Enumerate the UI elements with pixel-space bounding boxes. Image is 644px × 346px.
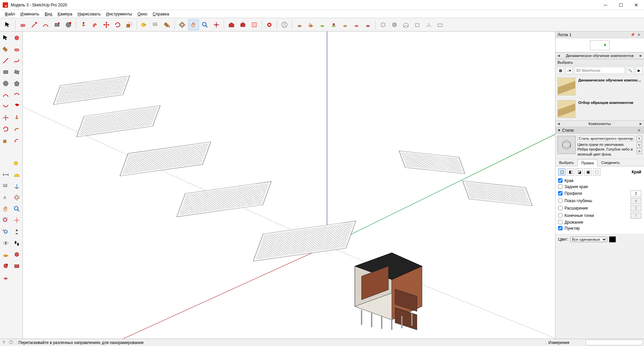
solid-5-icon[interactable]	[423, 19, 434, 30]
lt-select-icon[interactable]	[1, 33, 11, 43]
lt-3ptarc-icon[interactable]	[1, 101, 11, 111]
scale-tool-icon[interactable]	[124, 19, 135, 30]
extension-manager-icon[interactable]	[264, 19, 275, 30]
menu-view[interactable]: Вид	[42, 11, 55, 17]
style-update-icon[interactable]: ✎	[637, 136, 642, 141]
tab-select[interactable]: Выбрать	[555, 159, 578, 166]
lt-makecomponent-icon[interactable]	[12, 33, 22, 43]
lt-paint-icon[interactable]	[1, 44, 11, 54]
component-view-icon[interactable]: ▦	[557, 67, 564, 74]
lt-dimension-icon[interactable]	[1, 170, 11, 180]
lt-circle-icon[interactable]	[1, 78, 11, 89]
model-viewport[interactable]	[23, 32, 555, 339]
user-icon[interactable]	[279, 19, 290, 30]
dashes-checkbox[interactable]	[558, 226, 562, 230]
face-settings-icon[interactable]: ◧	[567, 168, 574, 176]
lt-polygon-icon[interactable]	[12, 78, 22, 89]
tray-header[interactable]: Лоток 1 📌 ✕	[555, 32, 644, 38]
sandbox-7-icon[interactable]	[363, 19, 373, 30]
menu-help[interactable]: Справка	[150, 11, 172, 17]
sandbox-5-icon[interactable]	[340, 19, 351, 30]
depthcue-checkbox[interactable]	[558, 198, 562, 203]
line-tool-icon[interactable]	[29, 19, 40, 30]
edge-color-select[interactable]: Все одинаковые	[570, 237, 607, 242]
edge-settings-icon[interactable]: ▢	[558, 168, 566, 176]
pan-tool-icon[interactable]	[188, 19, 199, 30]
component-item[interactable]: Динамическое обучение компоне…	[555, 75, 644, 98]
edge-color-swatch[interactable]	[609, 236, 616, 242]
lt-rectangle-icon[interactable]	[1, 67, 11, 77]
help-icon[interactable]: ?	[0, 340, 7, 345]
modeling-settings-icon[interactable]: ⬚	[593, 168, 600, 176]
menu-draw[interactable]: Нарисовать	[75, 11, 103, 17]
background-settings-icon[interactable]: ◪	[576, 168, 583, 176]
lt-freehand-icon[interactable]	[12, 56, 22, 66]
backedges-checkbox[interactable]	[558, 184, 562, 189]
nav-right-icon[interactable]: ▶	[640, 54, 642, 57]
warehouse-search-input[interactable]	[574, 67, 625, 74]
extension-checkbox[interactable]	[558, 206, 562, 210]
lt-tape-icon[interactable]	[12, 158, 22, 168]
styles-close-icon[interactable]: ✕	[636, 128, 642, 133]
lt-lookaround-icon[interactable]	[1, 238, 11, 248]
lt-text-icon[interactable]: A1	[1, 181, 11, 191]
pushpull-tool-icon[interactable]	[78, 19, 89, 30]
styles-header[interactable]: ▼ Стили ✕	[555, 127, 644, 134]
solid-3-icon[interactable]	[400, 19, 411, 30]
layout-icon[interactable]	[249, 19, 260, 30]
lt-rotated-rect-icon[interactable]	[12, 67, 22, 77]
lt-scale-icon[interactable]	[1, 135, 11, 146]
lt-zoomwindow-icon[interactable]	[1, 215, 11, 225]
sandbox-2-icon[interactable]	[306, 19, 316, 30]
menu-tools[interactable]: Инструменты	[103, 11, 135, 17]
zoom-tool-icon[interactable]	[200, 19, 210, 30]
component-item[interactable]: Отбор образцов компонентов	[555, 98, 644, 120]
solid-2-icon[interactable]	[389, 19, 400, 30]
menu-camera[interactable]: Камера	[55, 11, 75, 17]
edges-checkbox[interactable]	[558, 178, 562, 183]
lt-solid-d-icon[interactable]	[1, 272, 11, 282]
sandbox-1-icon[interactable]	[294, 19, 305, 30]
menu-window[interactable]: Окно	[135, 11, 150, 17]
solid-4-icon[interactable]	[412, 19, 423, 30]
lt-zoom-icon[interactable]	[12, 204, 22, 214]
components-select-header[interactable]: Выбрать	[555, 59, 644, 66]
jitter-checkbox[interactable]	[558, 220, 562, 224]
orbit-tool-icon[interactable]	[177, 19, 187, 30]
sandbox-6-icon[interactable]	[351, 19, 362, 30]
solid-6-icon[interactable]	[435, 19, 445, 30]
extension-warehouse-icon[interactable]	[237, 19, 248, 30]
text-tool-icon[interactable]: A1	[150, 19, 161, 30]
arc-tool-icon[interactable]	[40, 19, 51, 30]
lt-previous-icon[interactable]	[1, 227, 11, 237]
tab-combine[interactable]: Соединить	[597, 159, 624, 166]
lt-move-icon[interactable]	[1, 113, 11, 123]
lt-pie-icon[interactable]	[12, 101, 22, 111]
warehouse-icon[interactable]	[226, 19, 237, 30]
lt-3dtext-icon[interactable]: A	[1, 192, 11, 203]
zoom-extents-icon[interactable]	[211, 19, 222, 30]
lt-offset-icon[interactable]	[12, 135, 22, 146]
lt-solid-a-icon[interactable]	[12, 249, 22, 260]
circle-tool-icon[interactable]	[63, 19, 74, 30]
tab-edit[interactable]: Правка	[578, 159, 597, 166]
lt-zoomextents-icon[interactable]	[12, 215, 22, 225]
instructor-header[interactable]: ◀ Динамическое обучение компонентов ▶	[555, 52, 644, 59]
nav-forward-icon[interactable]: ▶	[635, 67, 643, 74]
lt-axes-icon[interactable]	[12, 181, 22, 191]
endpoints-checkbox[interactable]	[558, 213, 562, 218]
paint-bucket-icon[interactable]	[162, 19, 172, 30]
measurements-input[interactable]	[586, 340, 643, 345]
lt-2ptarc-icon[interactable]	[12, 90, 22, 100]
sandbox-4-icon[interactable]	[328, 19, 339, 30]
search-icon[interactable]: 🔍	[627, 67, 634, 74]
profiles-value[interactable]	[631, 190, 641, 196]
sandbox-3-icon[interactable]	[317, 19, 328, 30]
lt-eraser-icon[interactable]	[12, 44, 22, 54]
move-tool-icon[interactable]	[101, 19, 112, 30]
lt-solid-c-icon[interactable]	[12, 261, 22, 271]
lt-rotate-icon[interactable]	[1, 124, 11, 134]
nav-left-icon[interactable]: ◀	[557, 122, 560, 125]
lt-pushpull-icon[interactable]	[12, 113, 22, 123]
nav-right-icon[interactable]: ▶	[640, 122, 642, 125]
